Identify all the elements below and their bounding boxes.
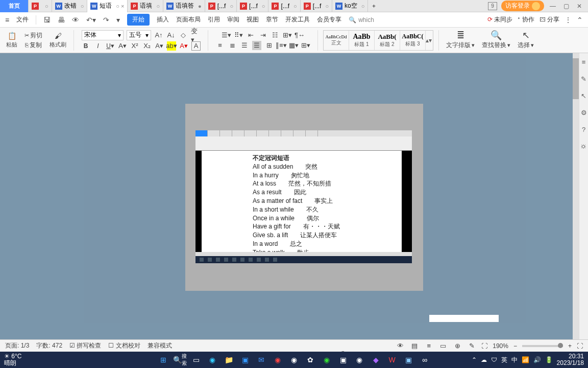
- share-button[interactable]: ⮹ 分享: [540, 15, 559, 24]
- battery-icon[interactable]: 🔋: [545, 356, 553, 363]
- tab-1[interactable]: P○: [29, 0, 52, 12]
- italic-icon[interactable]: I: [93, 41, 103, 51]
- bold-icon[interactable]: B: [81, 41, 90, 51]
- app7-icon[interactable]: ∞: [419, 354, 430, 365]
- vertical-scrollbar[interactable]: [573, 53, 579, 344]
- start-tab[interactable]: 开始: [127, 14, 150, 26]
- char-border-icon[interactable]: A: [191, 41, 201, 51]
- numbering-icon[interactable]: ⠿▾: [234, 31, 243, 40]
- clock[interactable]: 20:31 2023/1/18: [557, 353, 584, 366]
- print-layout-icon[interactable]: ▤: [410, 341, 419, 351]
- tab-add[interactable]: ＋: [368, 0, 380, 12]
- menu-chapter[interactable]: 章节: [266, 15, 278, 24]
- tab-7[interactable]: P[...f○: [237, 0, 268, 12]
- tray-defender-icon[interactable]: 🛡: [491, 356, 497, 363]
- text-box[interactable]: [429, 315, 499, 322]
- shrink-font-icon[interactable]: A↓: [166, 31, 176, 40]
- collapse-icon[interactable]: ⌃: [577, 16, 583, 24]
- embedded-image[interactable]: 不定冠词短语All of a sudden 突然In a hurry 匆忙地At…: [185, 104, 423, 291]
- taskbar-search[interactable]: 🔍 搜索: [174, 354, 185, 365]
- cut-button[interactable]: ✂ 剪切: [24, 31, 42, 40]
- zoom-out[interactable]: −: [513, 342, 517, 350]
- minimize-icon[interactable]: —: [548, 2, 557, 11]
- size-select[interactable]: 五号▾: [127, 30, 151, 40]
- login-badge[interactable]: 访客登录: [501, 1, 544, 11]
- close-icon[interactable]: ○: [325, 3, 329, 9]
- select-icon[interactable]: ↖: [521, 31, 530, 40]
- tab-icon[interactable]: ⊞▾: [283, 31, 292, 40]
- typeset-icon[interactable]: ≣: [456, 31, 465, 40]
- volume-icon[interactable]: 🔊: [533, 356, 541, 363]
- close-icon[interactable]: ○ ×: [116, 3, 124, 9]
- document-canvas[interactable]: 不定冠词短语All of a sudden 突然In a hurry 匆忙地At…: [0, 53, 579, 352]
- menu-ref[interactable]: 引用: [208, 15, 220, 24]
- close-window-icon[interactable]: ✕: [575, 2, 584, 11]
- save-icon[interactable]: 🖫: [43, 16, 51, 24]
- copy-button[interactable]: ⎘ 复制: [25, 41, 42, 50]
- app5-icon[interactable]: ◆: [370, 354, 381, 365]
- phonetic-icon[interactable]: 变▾: [191, 31, 200, 40]
- borders-icon[interactable]: ⊞▾: [301, 41, 310, 50]
- fullscreen-icon[interactable]: ⛶: [577, 342, 583, 350]
- close-icon[interactable]: ○: [230, 3, 233, 9]
- ruler-icon[interactable]: ≡: [582, 58, 586, 66]
- search-input[interactable]: [358, 16, 399, 24]
- format-painter[interactable]: 🖌: [55, 32, 62, 40]
- inc-indent-icon[interactable]: ⇥: [258, 31, 267, 40]
- gear-icon[interactable]: ⛭: [580, 143, 587, 150]
- proofing-toggle[interactable]: ☐ 文档校对: [108, 341, 140, 350]
- maximize-icon[interactable]: ▢: [561, 2, 571, 11]
- find-icon[interactable]: 🔍: [492, 31, 501, 40]
- unsync-button[interactable]: ⟳ 未同步: [487, 15, 512, 24]
- undo-icon[interactable]: ↶▾: [86, 16, 96, 24]
- line-spacing-icon[interactable]: ‖≡▾: [277, 41, 286, 50]
- paste-button[interactable]: 📋: [8, 32, 16, 40]
- file-menu[interactable]: 文件: [16, 15, 29, 24]
- zoom-in[interactable]: +: [568, 342, 572, 350]
- zoom-reset[interactable]: ⛶: [481, 342, 487, 350]
- tab-9[interactable]: P[...f○: [301, 0, 332, 12]
- justify-icon[interactable]: ☰: [252, 41, 261, 50]
- collab-button[interactable]: ᐩ 协作: [518, 15, 534, 24]
- tab-2[interactable]: W改错○: [52, 0, 88, 12]
- ime-lang2[interactable]: 中: [511, 356, 518, 364]
- close-icon[interactable]: ○: [156, 3, 160, 9]
- settings-icon[interactable]: ⚙: [581, 109, 587, 117]
- outline-icon[interactable]: ≡: [424, 341, 433, 351]
- align-left-icon[interactable]: ≡: [215, 41, 225, 50]
- edit-icon[interactable]: ✎: [467, 341, 476, 351]
- style-h1[interactable]: AaBb标题 1: [349, 31, 375, 50]
- style-h3[interactable]: AaBbC(标题 3: [400, 31, 426, 50]
- kebab-icon[interactable]: ⋮: [565, 16, 572, 24]
- print-icon[interactable]: 🖶: [58, 16, 65, 24]
- menu-member[interactable]: 会员专享: [317, 15, 341, 24]
- web-icon[interactable]: ⊕: [453, 341, 462, 351]
- tab-5[interactable]: W语填答●: [163, 0, 205, 12]
- weather-widget[interactable]: ☀ 6°C 晴朗: [4, 353, 21, 366]
- app6-icon[interactable]: ▣: [403, 354, 414, 365]
- menu-layout[interactable]: 页面布局: [176, 15, 201, 24]
- preview-icon[interactable]: 👁: [72, 16, 79, 24]
- superscript-icon[interactable]: X²: [130, 41, 139, 51]
- dec-indent-icon[interactable]: ⇤: [246, 31, 255, 40]
- wechat-icon[interactable]: ◉: [321, 354, 332, 365]
- ime-lang1[interactable]: 英: [501, 356, 507, 364]
- underline-icon[interactable]: U▾: [106, 41, 115, 51]
- style-h2[interactable]: AaBb(标题 2: [375, 31, 400, 50]
- style-normal[interactable]: AaBbCcDd正文: [324, 31, 349, 50]
- app3-icon[interactable]: ✿: [305, 354, 316, 365]
- text-effect-icon[interactable]: A▾: [155, 41, 164, 51]
- tab-count-badge[interactable]: 9: [488, 2, 497, 10]
- pencil-icon[interactable]: ✎: [581, 75, 586, 83]
- dropdown-icon[interactable]: ▾: [116, 16, 120, 24]
- spellcheck-toggle[interactable]: ☑ 拼写检查: [69, 341, 101, 350]
- distribute-icon[interactable]: ⊞: [264, 41, 274, 50]
- close-icon[interactable]: ○: [293, 3, 297, 9]
- font-select[interactable]: 宋体▾: [82, 30, 124, 40]
- strike-icon[interactable]: A̵▾: [118, 41, 127, 51]
- redo-icon[interactable]: ↷: [103, 16, 109, 24]
- eye-icon[interactable]: 👁: [396, 341, 405, 351]
- style-gallery[interactable]: AaBbCcDd正文 AaBb标题 1 AaBb(标题 2 AaBbC(标题 3…: [323, 30, 433, 51]
- scroll-thumb[interactable]: [573, 58, 579, 99]
- bullets-icon[interactable]: ☰▾: [222, 31, 231, 40]
